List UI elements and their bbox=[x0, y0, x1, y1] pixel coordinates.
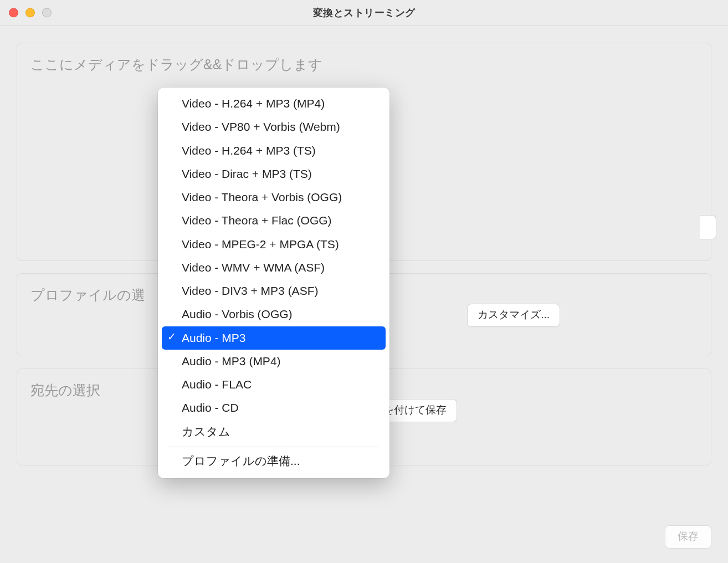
profile-option[interactable]: Video - WMV + WMA (ASF) bbox=[162, 256, 386, 279]
profile-option[interactable]: Audio - CD bbox=[162, 396, 386, 419]
zoom-window-button bbox=[42, 8, 52, 18]
prepare-profile-option[interactable]: プロファイルの準備... bbox=[162, 449, 386, 473]
profile-option[interactable]: Video - Theora + Vorbis (OGG) bbox=[162, 186, 386, 209]
profile-option[interactable]: Video - VP80 + Vorbis (Webm) bbox=[162, 115, 386, 139]
save-button-container: 保存 bbox=[665, 525, 711, 549]
profile-option[interactable]: Audio - MP3 (MP4) bbox=[162, 350, 386, 373]
profile-option[interactable]: Video - H.264 + MP3 (TS) bbox=[162, 139, 386, 162]
profile-option[interactable]: Video - MPEG-2 + MPGA (TS) bbox=[162, 233, 386, 256]
profile-option[interactable]: Audio - Vorbis (OGG) bbox=[162, 303, 386, 326]
open-media-button-peek[interactable] bbox=[700, 215, 716, 239]
profile-option[interactable]: Video - DIV3 + MP3 (ASF) bbox=[162, 279, 386, 303]
profile-option[interactable]: Video - Dirac + MP3 (TS) bbox=[162, 162, 386, 186]
close-window-button[interactable] bbox=[9, 8, 18, 18]
window-title: 変換とストリーミング bbox=[0, 6, 728, 19]
customize-button[interactable]: カスタマイズ... bbox=[467, 304, 560, 327]
profile-option[interactable]: Audio - MP3 bbox=[162, 326, 386, 350]
profile-option[interactable]: Video - Theora + Flac (OGG) bbox=[162, 209, 386, 232]
profile-dropdown-menu[interactable]: Video - H.264 + MP3 (MP4)Video - VP80 + … bbox=[158, 88, 389, 478]
dropdown-divider bbox=[168, 447, 379, 447]
minimize-window-button[interactable] bbox=[25, 8, 35, 18]
profile-option[interactable]: カスタム bbox=[162, 420, 386, 443]
save-button[interactable]: 保存 bbox=[665, 525, 711, 549]
drop-zone-title: ここにメディアをドラッグ&&ドロップします bbox=[30, 55, 698, 74]
save-as-file-button[interactable]: を付けて保存 bbox=[380, 399, 457, 422]
profile-option[interactable]: Video - H.264 + MP3 (MP4) bbox=[162, 92, 386, 115]
window-controls bbox=[9, 8, 52, 18]
titlebar: 変換とストリーミング bbox=[0, 0, 728, 26]
profile-option[interactable]: Audio - FLAC bbox=[162, 373, 386, 396]
